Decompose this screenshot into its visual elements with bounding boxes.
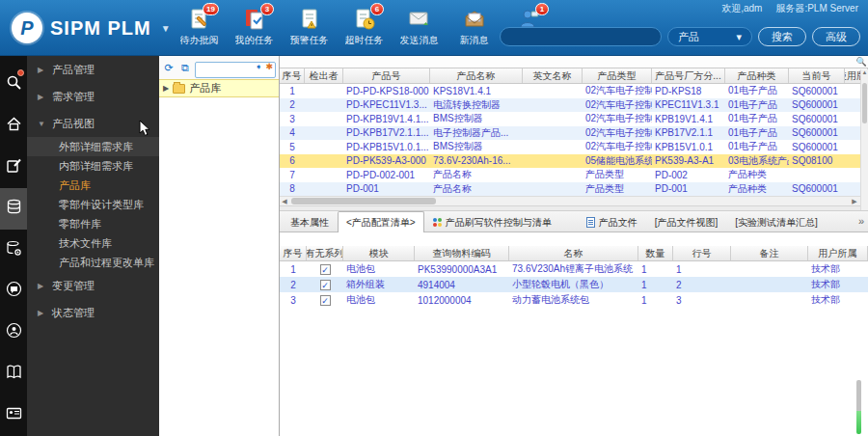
product-table-row-1[interactable]: 1PD-PD-KPS18-000KPS18V1.4.102汽车电子控制...PD… bbox=[280, 84, 868, 98]
vertical-scrollbar[interactable]: ▲ bbox=[860, 69, 868, 210]
product-col-header-6[interactable]: 产品类型 bbox=[583, 68, 652, 83]
vscroll-thumb[interactable] bbox=[862, 83, 867, 123]
product-table-row-4[interactable]: 4PD-KPB17V2.1.1...电子控制器产品...02汽车电子控制...K… bbox=[280, 126, 868, 141]
bom-col-header-3[interactable]: 模块 bbox=[343, 246, 415, 260]
toolbar-item-5[interactable]: 发送消息 bbox=[392, 7, 447, 47]
search-category-select[interactable]: 产品 ▾ bbox=[667, 27, 752, 46]
toolbar-item-2[interactable]: 3我的任务 bbox=[227, 7, 282, 47]
toolbar-item-1[interactable]: 19待办批阅 bbox=[172, 7, 227, 47]
rail-item-search[interactable] bbox=[0, 64, 27, 105]
advanced-search-button[interactable]: 高级 bbox=[812, 27, 860, 46]
tab-3[interactable]: 产品刷写软件控制与清单 bbox=[424, 212, 560, 232]
product-table-row-5[interactable]: 5PD-KPB15V1.0.1...BMS控制器02汽车电子控制...KPB15… bbox=[280, 140, 868, 154]
product-table-row-6[interactable]: 6PD-PK539-A3-00073.6V-230Ah-16...05储能电池系… bbox=[280, 154, 868, 169]
rail-item-id-card[interactable] bbox=[0, 395, 27, 436]
chevron-right-icon[interactable]: ▶ bbox=[38, 309, 45, 317]
bom-table-row-1[interactable]: 1✓电池包PK53990000A3A173.6V230Ah锂离子电池系统11技术… bbox=[280, 261, 868, 277]
bom-col-header-8[interactable]: 备注 bbox=[731, 246, 808, 260]
sidebar-item-2[interactable]: ▶需求管理 bbox=[27, 83, 159, 110]
toolbar-item-6[interactable]: 新消息 bbox=[447, 7, 502, 47]
hierarchy-icon[interactable]: ⧉ bbox=[178, 61, 192, 74]
tab-5[interactable]: 产品文件 bbox=[578, 212, 646, 232]
product-col-header-1[interactable]: 序号 bbox=[280, 68, 305, 83]
product-table-row-7[interactable]: 7PD-PD-002-001产品名称产品类型PD-002产品种类 bbox=[280, 168, 868, 182]
sidebar-item-8[interactable]: 零部件库 bbox=[27, 214, 159, 233]
tree-search-input[interactable] bbox=[195, 62, 276, 78]
tab-4[interactable] bbox=[560, 212, 578, 232]
sidebar-item-4[interactable]: 外部详细需求库 bbox=[27, 137, 159, 156]
green-scroll-thumb[interactable] bbox=[856, 411, 861, 434]
series-checkbox[interactable]: ✓ bbox=[320, 264, 331, 275]
sidebar-item-6[interactable]: 产品库 bbox=[27, 176, 159, 195]
bom-col-header-9[interactable]: 用户所属 bbox=[808, 246, 868, 260]
sidebar-item-5[interactable]: 内部详细需求库 bbox=[27, 156, 159, 176]
tree-filter-icon[interactable]: ✱ bbox=[265, 62, 273, 71]
global-search-input[interactable] bbox=[500, 27, 662, 46]
tab-7[interactable]: [实验测试清单汇总] bbox=[726, 212, 827, 232]
refresh-icon[interactable]: ⟳ bbox=[162, 61, 176, 74]
scroll-left-icon[interactable]: ◀ bbox=[280, 197, 289, 205]
hscroll-thumb[interactable] bbox=[291, 198, 436, 204]
search-button[interactable]: 搜索 bbox=[758, 27, 806, 46]
sidebar-item-7[interactable]: 零部件设计类型库 bbox=[27, 195, 159, 214]
series-checkbox[interactable]: ✓ bbox=[320, 295, 331, 306]
cell: 技术部 bbox=[808, 292, 868, 308]
cell bbox=[305, 154, 343, 169]
logo-chevron-down-icon[interactable]: ▼ bbox=[161, 23, 171, 34]
bom-col-header-7[interactable]: 行号 bbox=[673, 246, 731, 260]
product-col-header-9[interactable]: 当前号 bbox=[789, 68, 845, 83]
product-col-header-5[interactable]: 英文名称 bbox=[523, 68, 583, 83]
bom-col-header-4[interactable]: 查询物料编码 bbox=[415, 246, 509, 260]
tree-search-go-icon[interactable]: ➧ bbox=[255, 62, 262, 71]
cell: 02汽车电子控制... bbox=[583, 98, 652, 113]
bom-col-header-1[interactable]: 序号 bbox=[280, 246, 307, 260]
horizontal-scrollbar[interactable]: ◀ ▶ bbox=[280, 196, 868, 205]
product-table-row-2[interactable]: 2PD-KPEC11V1.3...电流转换控制器02汽车电子控制...KPEC1… bbox=[280, 98, 868, 113]
rail-item-database[interactable] bbox=[0, 188, 27, 230]
product-table-row-3[interactable]: 3PD-KPB19V1.4.1...BMS控制器02汽车电子控制...KPB19… bbox=[280, 112, 868, 126]
chevron-right-icon[interactable]: ▶ bbox=[38, 282, 45, 290]
rail-item-chat[interactable] bbox=[0, 270, 27, 312]
sidebar-item-9[interactable]: 技术文件库 bbox=[27, 233, 159, 253]
bom-col-header-2[interactable]: 有无系列 bbox=[307, 246, 343, 260]
toolbar-item-4[interactable]: 6超时任务 bbox=[337, 7, 392, 47]
product-col-header-7[interactable]: 产品号厂方分... bbox=[652, 68, 725, 83]
chevron-right-icon[interactable]: ▶ bbox=[38, 93, 45, 101]
scroll-up-icon[interactable]: ▲ bbox=[861, 69, 868, 75]
app-logo[interactable]: P SIPM PLM ▼ bbox=[12, 13, 171, 43]
search-icon[interactable]: 🔍 bbox=[854, 57, 868, 67]
sidebar-item-10[interactable]: 产品和过程更改单库 bbox=[27, 253, 159, 272]
product-table-row-8[interactable]: 8PD-001产品名称产品类型PD-001产品种类SQ600001 bbox=[280, 182, 868, 197]
tab-2[interactable]: <产品配置清单> bbox=[338, 211, 424, 232]
product-col-header-8[interactable]: 产品种类 bbox=[725, 68, 789, 83]
product-col-header-2[interactable]: 检出者 bbox=[305, 68, 343, 83]
toolbar-item-3[interactable]: 预警任务 bbox=[282, 7, 337, 47]
sidebar-item-3[interactable]: ▼产品视图 bbox=[27, 110, 159, 137]
tab-6[interactable]: [产品文件视图] bbox=[646, 212, 727, 232]
bom-table-row-3[interactable]: 3✓电池包1012000004动力蓄电池系统包13技术部 bbox=[280, 292, 868, 308]
bom-table-row-2[interactable]: 2✓箱外组装4914004小型轮毂电机（黑色）12技术部 bbox=[280, 277, 868, 292]
chevron-down-icon[interactable]: ▼ bbox=[38, 120, 45, 128]
sidebar-item-12[interactable]: ▶状态管理 bbox=[27, 299, 159, 326]
rail-item-edit[interactable] bbox=[0, 147, 27, 188]
bom-col-header-6[interactable]: 数量 bbox=[638, 246, 673, 260]
rail-item-book[interactable] bbox=[0, 353, 27, 395]
sidebar-item-11[interactable]: ▶变更管理 bbox=[27, 272, 159, 299]
product-col-header-4[interactable]: 产品名称 bbox=[430, 68, 523, 83]
tree-expand-icon[interactable]: ▶ bbox=[163, 84, 169, 93]
rail-item-home[interactable] bbox=[0, 105, 27, 147]
chevron-right-icon[interactable]: ▶ bbox=[38, 66, 45, 74]
product-col-header-3[interactable]: 产品号 bbox=[343, 68, 430, 83]
tabs-overflow-chevron[interactable]: » bbox=[858, 215, 864, 227]
scroll-right-icon[interactable]: ▶ bbox=[850, 197, 859, 205]
quick-filter-input[interactable] bbox=[280, 57, 854, 68]
tab-1[interactable]: 基本属性 bbox=[282, 212, 338, 232]
rail-item-database-gear[interactable] bbox=[0, 230, 27, 271]
rail-item-broadcast[interactable] bbox=[0, 312, 27, 353]
bom-col-header-5[interactable]: 名称 bbox=[509, 246, 638, 260]
bom-vertical-scrollbar[interactable] bbox=[856, 380, 861, 434]
tree-root-node[interactable]: ▶ 产品库 bbox=[159, 79, 279, 97]
series-checkbox[interactable]: ✓ bbox=[320, 280, 331, 290]
sidebar-item-label: 状态管理 bbox=[52, 306, 95, 320]
sidebar-item-1[interactable]: ▶产品管理 bbox=[27, 56, 159, 83]
